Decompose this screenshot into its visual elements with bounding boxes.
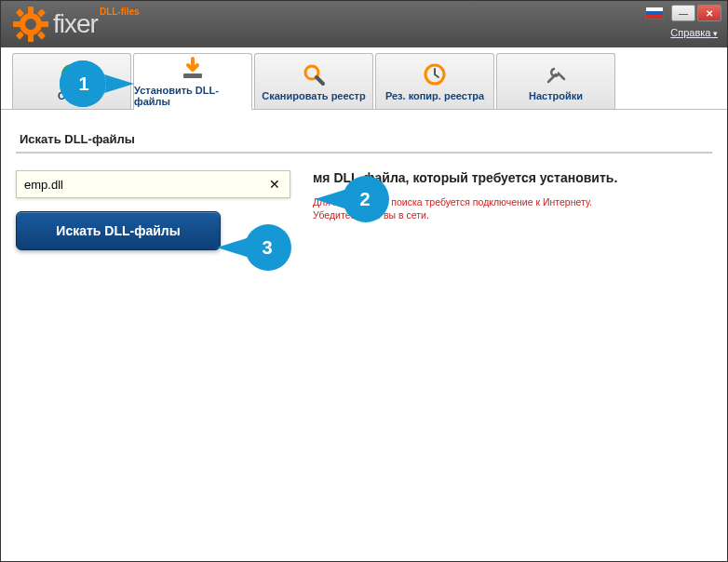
svg-rect-4 [41,21,48,27]
svg-rect-8 [37,31,46,39]
tab-status[interactable]: Сос... [12,53,131,109]
flag-icon[interactable] [645,7,664,20]
search-row: ✕ Искать DLL-файлы мя DLL-файла, который… [16,170,712,250]
app-window: fixer DLL-files — ✕ Справка Сос... Устан… [0,0,728,562]
svg-rect-6 [37,8,46,17]
instruction-block: мя DLL-файла, который требуется установи… [313,170,712,221]
close-glyph: ✕ [706,8,713,19]
warning-line: Убедитесь, что вы в сети. [313,209,429,221]
search-input[interactable] [24,178,265,192]
tools-icon [544,62,568,87]
warning-text: Для выполнения поиска требуется подключе… [313,196,712,221]
search-button[interactable]: Искать DLL-файлы [16,211,221,250]
minimize-button[interactable]: — [671,5,695,21]
svg-rect-2 [28,34,34,42]
tab-settings[interactable]: Настройки [496,53,615,109]
svg-rect-3 [13,21,20,27]
tab-label: Установить DLL-файлы [134,85,251,107]
svg-rect-7 [16,31,24,39]
tab-install-dll[interactable]: Установить DLL-файлы [133,53,252,110]
section-title: Искать DLL-файлы [16,127,712,154]
svg-rect-10 [183,74,202,78]
tab-scan-registry[interactable]: Сканировать реестр [254,53,373,109]
tab-label: Рез. копир. реестра [385,90,484,101]
download-icon [181,57,205,81]
tab-label: Сос... [58,90,86,101]
brand-superscript: DLL-files [100,7,140,17]
clock-icon [423,62,447,87]
window-controls: — ✕ [645,5,721,21]
tab-bar: Сос... Установить DLL-файлы Сканировать … [1,47,727,110]
content-area: Искать DLL-файлы ✕ Искать DLL-файлы мя D… [1,110,727,267]
search-column: ✕ Искать DLL-файлы [16,170,290,250]
titlebar: fixer DLL-files — ✕ Справка [1,1,727,47]
minimize-glyph: — [679,8,688,19]
help-link[interactable]: Справка [670,27,718,38]
status-icon [60,62,84,87]
tab-label: Настройки [529,90,583,101]
svg-point-0 [22,16,39,33]
clear-icon[interactable]: ✕ [265,177,284,192]
magnifier-icon [302,62,326,87]
search-box: ✕ [16,170,290,198]
tab-label: Сканировать реестр [262,90,365,101]
instruction-text: мя DLL-файла, который требуется установи… [313,170,712,185]
svg-rect-5 [16,8,24,17]
close-button[interactable]: ✕ [697,5,721,21]
app-logo: fixer DLL-files [12,6,138,43]
svg-line-12 [317,77,323,84]
brand-text: fixer [53,9,98,39]
svg-rect-1 [28,7,34,14]
tab-backup-registry[interactable]: Рез. копир. реестра [375,53,494,109]
gear-icon [12,6,49,43]
warning-line: Для выполнения поиска требуется подключе… [313,196,592,207]
